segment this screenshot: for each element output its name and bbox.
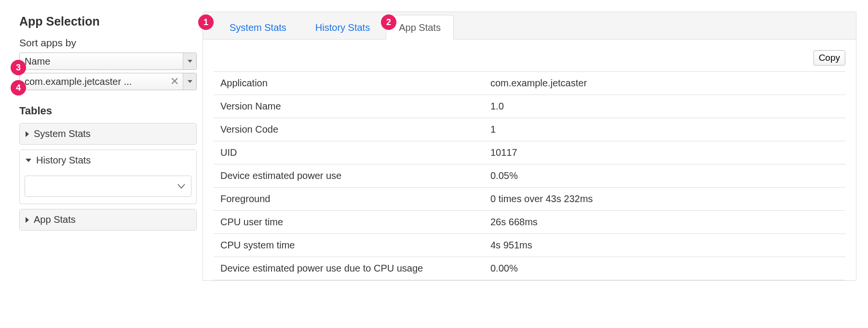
disclosure-right-icon bbox=[26, 217, 29, 223]
stat-value: 26s 668ms bbox=[484, 211, 845, 234]
stat-value: 10117 bbox=[484, 141, 845, 164]
panel-header-history-stats[interactable]: History Stats bbox=[20, 150, 196, 171]
table-row: UID10117 bbox=[214, 141, 845, 164]
main-content: System Stats History Stats App Stats Cop… bbox=[203, 0, 868, 328]
disclosure-right-icon bbox=[26, 131, 29, 137]
tab-system-stats[interactable]: System Stats bbox=[217, 15, 299, 40]
stat-label: Device estimated power use bbox=[214, 164, 484, 188]
pane-toolbar: Copy bbox=[214, 50, 845, 66]
table-row: Device estimated power use0.05% bbox=[214, 164, 845, 188]
table-row: Device estimated power use due to CPU us… bbox=[214, 257, 845, 280]
panel-app-stats: App Stats bbox=[19, 209, 197, 231]
panel-label: System Stats bbox=[34, 128, 91, 139]
panel-body-history-stats bbox=[20, 171, 196, 204]
tab-app-stats[interactable]: App Stats bbox=[386, 15, 454, 40]
app-select-value: com.example.jetcaster ... bbox=[20, 76, 166, 87]
stat-value: 0 times over 43s 232ms bbox=[484, 188, 845, 211]
chevron-down-icon bbox=[177, 184, 185, 189]
dropdown-caret-icon[interactable] bbox=[183, 73, 196, 90]
stat-value: 4s 951ms bbox=[484, 234, 845, 257]
table-row: CPU user time26s 668ms bbox=[214, 211, 845, 234]
history-stats-select[interactable] bbox=[25, 176, 191, 197]
stat-value: 1.0 bbox=[484, 95, 845, 118]
table-row: Foreground0 times over 43s 232ms bbox=[214, 188, 845, 211]
table-row: Version Code1 bbox=[214, 118, 845, 141]
annotation-4: 4 bbox=[11, 80, 26, 96]
stat-value: com.example.jetcaster bbox=[484, 72, 845, 95]
panel-history-stats: History Stats bbox=[19, 150, 197, 204]
annotation-3: 3 bbox=[11, 60, 26, 75]
app-select[interactable]: com.example.jetcaster ... ✕ bbox=[19, 73, 197, 90]
app-stats-table: Applicationcom.example.jetcasterVersion … bbox=[214, 71, 845, 280]
dropdown-caret-icon[interactable] bbox=[183, 53, 196, 69]
tab-pane-app-stats: Copy Applicationcom.example.jetcasterVer… bbox=[203, 40, 856, 281]
panel-label: History Stats bbox=[36, 155, 91, 166]
sidebar: App Selection Sort apps by Name com.exam… bbox=[0, 0, 203, 328]
panel-label: App Stats bbox=[34, 214, 76, 225]
stat-label: Device estimated power use due to CPU us… bbox=[214, 257, 484, 280]
table-row: Version Name1.0 bbox=[214, 95, 845, 118]
panel-header-system-stats[interactable]: System Stats bbox=[20, 123, 196, 144]
clear-selection-icon[interactable]: ✕ bbox=[166, 75, 183, 88]
stat-label: Application bbox=[214, 72, 484, 95]
sort-apps-select[interactable]: Name bbox=[19, 53, 197, 70]
stat-value: 1 bbox=[484, 118, 845, 141]
table-row: CPU system time4s 951ms bbox=[214, 234, 845, 257]
panel-system-stats: System Stats bbox=[19, 123, 197, 145]
stat-label: Foreground bbox=[214, 188, 484, 211]
annotation-1: 1 bbox=[198, 14, 214, 30]
copy-button[interactable]: Copy bbox=[814, 50, 845, 66]
stat-label: CPU system time bbox=[214, 234, 484, 257]
tab-bar: System Stats History Stats App Stats bbox=[203, 12, 856, 40]
stat-label: UID bbox=[214, 141, 484, 164]
annotation-2: 2 bbox=[381, 14, 396, 30]
tab-history-stats[interactable]: History Stats bbox=[302, 15, 383, 40]
stat-label: Version Name bbox=[214, 95, 484, 118]
stat-label: CPU user time bbox=[214, 211, 484, 234]
app-root: 1 2 3 4 App Selection Sort apps by Name … bbox=[0, 0, 868, 328]
stat-label: Version Code bbox=[214, 118, 484, 141]
tables-heading: Tables bbox=[19, 105, 197, 117]
disclosure-down-icon bbox=[26, 159, 31, 162]
sort-apps-value: Name bbox=[20, 56, 183, 67]
app-selection-heading: App Selection bbox=[19, 14, 197, 28]
table-row: Applicationcom.example.jetcaster bbox=[214, 72, 845, 95]
stat-value: 0.00% bbox=[484, 257, 845, 280]
sort-apps-label: Sort apps by bbox=[19, 37, 197, 49]
stat-value: 0.05% bbox=[484, 164, 845, 188]
panel-header-app-stats[interactable]: App Stats bbox=[20, 209, 196, 230]
